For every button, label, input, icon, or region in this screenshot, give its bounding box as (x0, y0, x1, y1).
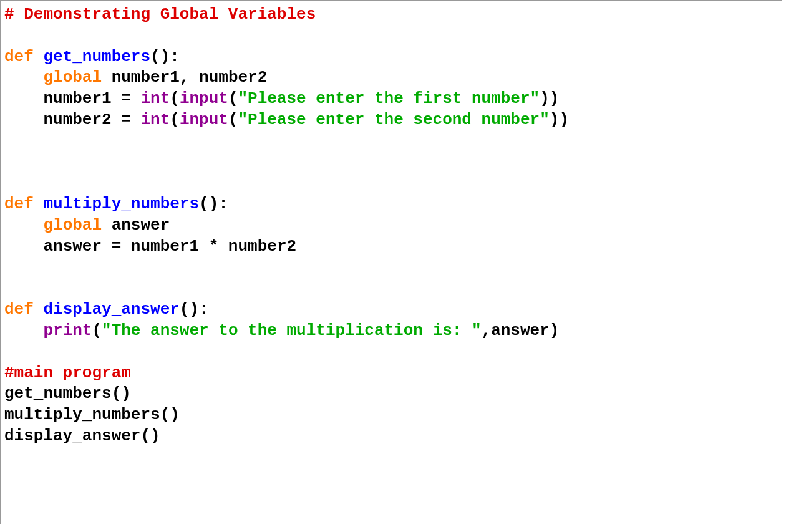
code-token: answer = number1 * number2 (43, 237, 296, 256)
code-token: ( (170, 110, 180, 129)
code-token: display_answer (43, 300, 179, 319)
code-token: #main program (4, 364, 131, 382)
code-token: display_answer() (4, 427, 160, 445)
code-token: ( (228, 110, 238, 129)
code-line[interactable] (4, 258, 782, 279)
code-line[interactable] (4, 173, 782, 194)
code-token (102, 68, 112, 87)
code-token (4, 216, 43, 235)
code-line[interactable] (4, 26, 782, 47)
code-line[interactable] (4, 152, 782, 173)
code-token: (): (180, 300, 209, 319)
code-token: input (180, 89, 228, 108)
code-token (4, 89, 43, 108)
code-token: global (43, 216, 102, 235)
code-line[interactable]: number2 = int(input("Please enter the se… (4, 110, 782, 131)
code-line[interactable]: #main program (4, 363, 782, 384)
code-token: "Please enter the first number" (238, 89, 540, 108)
code-token (34, 47, 44, 66)
code-token: multiply_numbers() (4, 405, 180, 424)
code-token: (): (150, 47, 180, 66)
code-line[interactable]: global answer (4, 215, 782, 236)
code-token: number2 = (43, 110, 140, 129)
code-token (34, 300, 44, 319)
code-token: ,answer) (482, 321, 560, 340)
code-token: global (43, 68, 102, 87)
code-token: ( (228, 89, 238, 108)
code-token (4, 321, 43, 340)
code-token (102, 216, 112, 235)
code-token: )) (550, 110, 569, 129)
code-token (4, 110, 43, 129)
code-line[interactable]: def multiply_numbers(): (4, 194, 782, 215)
code-line[interactable] (4, 342, 782, 363)
code-line[interactable]: number1 = int(input("Please enter the fi… (4, 89, 782, 110)
code-token: ( (92, 321, 102, 340)
code-line[interactable]: multiply_numbers() (4, 405, 782, 426)
code-token: (): (199, 195, 228, 213)
code-token (34, 195, 44, 213)
code-line[interactable]: get_numbers() (4, 384, 782, 405)
code-line[interactable] (4, 131, 782, 152)
code-token: def (4, 300, 34, 319)
code-editor[interactable]: # Demonstrating Global Variables def get… (0, 0, 782, 524)
code-token: def (4, 195, 34, 213)
code-token: )) (540, 89, 559, 108)
code-token (4, 68, 43, 87)
code-token: input (180, 110, 228, 129)
code-token: ( (170, 89, 180, 108)
code-line[interactable]: def get_numbers(): (4, 47, 782, 68)
code-token: int (140, 89, 170, 108)
code-token: number1 = (43, 89, 140, 108)
code-token: int (140, 110, 170, 129)
code-token: def (4, 47, 34, 66)
code-line[interactable]: answer = number1 * number2 (4, 236, 782, 258)
code-token: multiply_numbers (43, 195, 199, 213)
code-token: number1, number2 (112, 68, 268, 87)
code-token: # Demonstrating Global Variables (4, 5, 316, 24)
code-line[interactable]: # Demonstrating Global Variables (4, 4, 782, 26)
code-line[interactable]: print("The answer to the multiplication … (4, 321, 782, 342)
code-token: "Please enter the second number" (238, 110, 550, 129)
code-line[interactable] (4, 278, 782, 299)
code-line[interactable]: global number1, number2 (4, 67, 782, 89)
code-token: print (43, 321, 92, 340)
code-line[interactable]: display_answer() (4, 426, 782, 447)
code-token: get_numbers (43, 47, 150, 66)
code-token: answer (112, 216, 170, 235)
code-token (4, 237, 43, 256)
code-token: "The answer to the multiplication is: " (102, 321, 482, 340)
code-line[interactable]: def display_answer(): (4, 299, 782, 321)
code-token: get_numbers() (4, 384, 131, 403)
